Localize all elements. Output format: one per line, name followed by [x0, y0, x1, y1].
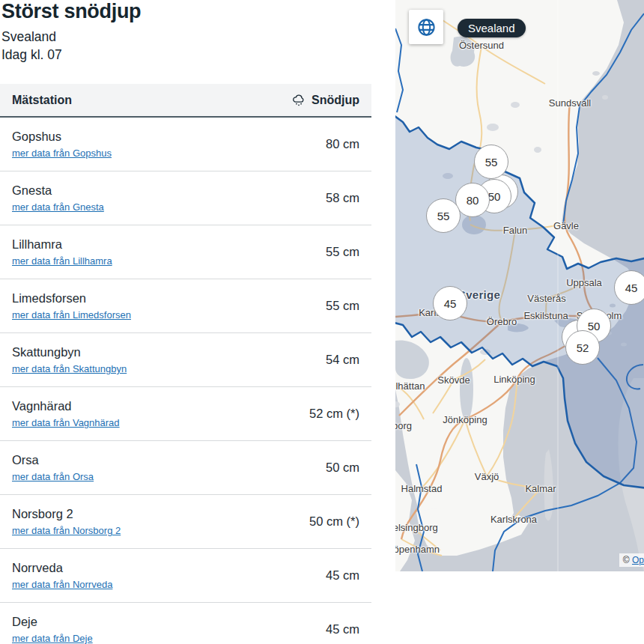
snow-depth-marker[interactable]: 80 [455, 183, 490, 217]
station-name: Deje [12, 615, 93, 629]
station-column-header: Mätstation [12, 94, 72, 107]
snow-depth-panel: Störst snödjup Svealand Idag kl. 07 Mäts… [0, 0, 371, 644]
table-header: Mätstation Snödjup [0, 84, 371, 118]
snow-depth-marker[interactable]: 45 [614, 270, 644, 305]
time-subtitle: Idag kl. 07 [1, 46, 371, 64]
station-name: Skattungbyn [12, 345, 127, 359]
station-name: Norsborg 2 [12, 507, 121, 521]
station-name: Gopshus [12, 130, 112, 144]
table-row: Skattungbyn mer data från Skattungbyn 54… [0, 333, 371, 387]
snow-depth-value: 45 cm [326, 622, 359, 637]
station-name: Orsa [12, 453, 94, 467]
station-more-link[interactable]: mer data från Norsborg 2 [12, 525, 121, 536]
globe-button[interactable] [409, 10, 443, 44]
table-row: Lillhamra mer data från Lillhamra 55 cm [0, 225, 371, 279]
value-column-header: Snödjup [312, 94, 359, 107]
station-more-link[interactable]: mer data från Gopshus [12, 148, 112, 159]
station-more-link[interactable]: mer data från Vagnhärad [12, 417, 120, 428]
station-more-link[interactable]: mer data från Deje [12, 633, 93, 644]
station-name: Vagnhärad [12, 399, 120, 413]
station-name: Gnesta [12, 183, 104, 198]
snow-depth-marker[interactable]: 52 [565, 330, 600, 365]
station-more-link[interactable]: mer data från Limedsforsen [12, 309, 131, 321]
region-subtitle: Svealand [1, 28, 371, 46]
table-row: Orsa mer data från Orsa 50 cm [0, 441, 371, 495]
snow-depth-marker[interactable]: 45 [433, 286, 467, 321]
snow-depth-value: 45 cm [326, 568, 359, 583]
snow-depth-value: 50 cm (*) [309, 514, 359, 529]
table-row: Norrveda mer data från Norrveda 45 cm [0, 549, 371, 603]
table-row: Deje mer data från Deje 45 cm [0, 603, 371, 644]
table-row: Gnesta mer data från Gnesta 58 cm [0, 171, 371, 225]
snow-depth-value: 80 cm [326, 137, 359, 151]
map-base-layer [395, 0, 644, 571]
station-name: Lillhamra [12, 237, 112, 252]
page-title: Störst snödjup [1, 0, 371, 23]
station-more-link[interactable]: mer data från Gnesta [12, 201, 104, 213]
snow-depth-table: Mätstation Snödjup Gopshus [0, 84, 371, 644]
station-more-link[interactable]: mer data från Skattungbyn [12, 363, 127, 374]
map[interactable]: ÖstersundSundsvallGävleFalunUppsalaSveri… [395, 0, 644, 571]
snow-depth-value: 52 cm (*) [309, 407, 359, 421]
snow-depth-marker[interactable]: 55 [474, 145, 508, 179]
snow-depth-value: 55 cm [326, 299, 359, 313]
table-row: Vagnhärad mer data från Vagnhärad 52 cm … [0, 387, 371, 441]
snow-depth-value: 55 cm [326, 245, 359, 259]
snow-depth-value: 54 cm [326, 353, 359, 367]
station-more-link[interactable]: mer data från Lillhamra [12, 255, 112, 267]
globe-icon [416, 17, 437, 37]
openstreetmap-link[interactable]: Op [632, 555, 644, 565]
map-attribution: © Op [619, 553, 644, 567]
selected-region-pill: Svealand [458, 19, 526, 37]
station-name: Norrveda [12, 561, 112, 575]
station-more-link[interactable]: mer data från Orsa [12, 471, 94, 482]
table-row: Limedsforsen mer data från Limedsforsen … [0, 279, 371, 333]
station-more-link[interactable]: mer data från Norrveda [12, 579, 112, 590]
table-row: Norsborg 2 mer data från Norsborg 2 50 c… [0, 495, 371, 549]
station-name: Limedsforsen [12, 291, 131, 306]
snow-depth-marker[interactable]: 55 [426, 198, 461, 233]
snow-depth-value: 58 cm [326, 191, 359, 205]
table-row: Gopshus mer data från Gopshus 80 cm [0, 118, 371, 171]
snow-cloud-icon [291, 93, 306, 108]
copyright-symbol: © [623, 555, 630, 565]
snow-depth-value: 50 cm [326, 461, 359, 475]
